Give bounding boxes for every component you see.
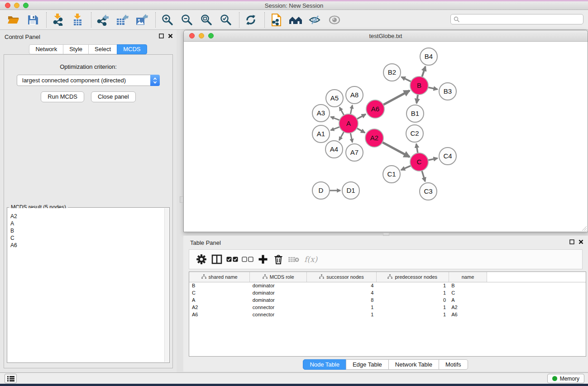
graph-edge-A-A6[interactable] bbox=[357, 114, 366, 119]
table-cell[interactable]: C bbox=[449, 289, 487, 296]
run-mcds-button[interactable]: Run MCDS bbox=[41, 91, 84, 102]
graph-edge-A6-B[interactable] bbox=[383, 91, 410, 105]
delete-table-button[interactable] bbox=[286, 253, 301, 266]
optimization-criterion-dropdown[interactable]: largest connected component (directed) bbox=[17, 75, 160, 86]
tab-node-table[interactable]: Node Table bbox=[303, 359, 346, 370]
tab-select[interactable]: Select bbox=[88, 44, 117, 54]
close-panel-button[interactable]: Close panel bbox=[91, 91, 136, 102]
network-close-button[interactable] bbox=[189, 33, 195, 38]
search-input[interactable] bbox=[460, 15, 583, 24]
table-cell[interactable]: A2 bbox=[189, 304, 250, 311]
import-table-button[interactable] bbox=[71, 13, 84, 27]
graph-edge-C-C4[interactable] bbox=[428, 158, 438, 160]
table-cell[interactable]: connector bbox=[250, 304, 307, 311]
result-list-scrollbar[interactable] bbox=[164, 208, 169, 362]
function-builder-button[interactable]: f(x) bbox=[304, 255, 317, 264]
table-cell[interactable]: 1 bbox=[376, 304, 449, 311]
add-column-button[interactable] bbox=[255, 253, 271, 266]
table-cell[interactable]: A bbox=[449, 296, 487, 304]
home-layout-button[interactable] bbox=[289, 13, 302, 27]
import-network-button[interactable] bbox=[51, 13, 65, 27]
memory-button[interactable]: Memory bbox=[547, 374, 584, 383]
table-cell[interactable]: C bbox=[189, 289, 250, 296]
graph-edge-A-A7[interactable] bbox=[350, 133, 352, 143]
select-all-checkboxes-button[interactable] bbox=[225, 253, 240, 266]
save-session-button[interactable] bbox=[26, 13, 39, 27]
zoom-selected-button[interactable] bbox=[219, 13, 232, 27]
table-cell[interactable]: 4 bbox=[307, 289, 377, 296]
network-maximize-button[interactable] bbox=[208, 33, 214, 38]
graph-edge-A2-C[interactable] bbox=[382, 142, 410, 157]
column-header-shared-name[interactable]: shared name bbox=[189, 272, 250, 282]
mcds-result-item[interactable]: A2 bbox=[8, 213, 164, 220]
maximize-window-button[interactable] bbox=[23, 3, 29, 8]
network-minimize-button[interactable] bbox=[199, 33, 204, 38]
zoom-fit-button[interactable] bbox=[199, 13, 213, 27]
table-cell[interactable]: 8 bbox=[307, 296, 377, 304]
delete-column-button[interactable] bbox=[271, 253, 286, 266]
table-cell[interactable]: A bbox=[189, 296, 250, 304]
graph-edge-A-A8[interactable] bbox=[350, 105, 352, 114]
tab-edge-table[interactable]: Edge Table bbox=[346, 359, 389, 370]
export-network-button[interactable] bbox=[96, 13, 110, 27]
table-cell[interactable]: 1 bbox=[376, 282, 449, 289]
table-cell[interactable]: 0 bbox=[376, 296, 449, 304]
close-window-button[interactable] bbox=[5, 3, 10, 8]
column-header-name[interactable]: name bbox=[449, 272, 487, 282]
graph-edge-B-B1[interactable] bbox=[416, 95, 418, 103]
deselect-all-checkboxes-button[interactable] bbox=[240, 253, 255, 266]
export-table-button[interactable] bbox=[115, 13, 129, 27]
tab-network-table[interactable]: Network Table bbox=[388, 359, 439, 370]
split-divider-handle-horizontal[interactable] bbox=[383, 233, 389, 236]
float-table-panel-icon[interactable] bbox=[569, 239, 574, 244]
graph-edge-B-B4[interactable] bbox=[422, 67, 425, 77]
table-options-button[interactable] bbox=[194, 253, 209, 266]
table-cell[interactable]: dominator bbox=[250, 289, 307, 296]
table-cell[interactable]: 1 bbox=[307, 304, 377, 311]
graph-edge-A-A5[interactable] bbox=[339, 107, 344, 115]
table-cell[interactable]: 1 bbox=[307, 311, 377, 318]
split-divider-handle-vertical[interactable] bbox=[180, 196, 183, 203]
table-cell[interactable]: 1 bbox=[376, 289, 449, 296]
table-cell[interactable]: 1 bbox=[376, 311, 449, 318]
graph-edge-A-A3[interactable] bbox=[331, 117, 340, 120]
table-cell[interactable]: 4 bbox=[307, 282, 377, 289]
table-cell[interactable]: dominator bbox=[250, 282, 307, 289]
table-row[interactable]: Cdominator41C bbox=[189, 289, 586, 296]
minimize-window-button[interactable] bbox=[14, 3, 19, 8]
table-row[interactable]: Adominator80A bbox=[189, 296, 586, 304]
show-columns-button[interactable] bbox=[209, 253, 225, 266]
zoom-out-button[interactable] bbox=[180, 13, 193, 27]
graph-edge-C-C3[interactable] bbox=[422, 171, 425, 181]
mcds-result-item[interactable]: A6 bbox=[8, 242, 164, 249]
close-panel-icon[interactable] bbox=[168, 33, 173, 38]
graph-edge-B-B3[interactable] bbox=[428, 87, 438, 89]
graph-edge-A-A4[interactable] bbox=[339, 132, 344, 140]
table-cell[interactable]: A2 bbox=[449, 304, 487, 311]
refresh-button[interactable] bbox=[244, 13, 258, 27]
tab-mcds[interactable]: MCDS bbox=[117, 44, 147, 54]
table-cell[interactable]: B bbox=[449, 282, 487, 289]
open-file-button[interactable] bbox=[6, 13, 20, 27]
close-table-panel-icon[interactable] bbox=[578, 239, 583, 244]
show-graphics-details-button[interactable] bbox=[328, 13, 341, 27]
new-network-from-file-button[interactable] bbox=[269, 13, 283, 27]
graph-edge-A-A2[interactable] bbox=[357, 128, 365, 133]
graph-edge-C-C2[interactable] bbox=[416, 144, 418, 153]
network-canvas[interactable]: AA1A2A3A4A5A6A7A8BB1B2B3B4CC1C2C3C4DD1 bbox=[184, 42, 588, 232]
task-history-button[interactable] bbox=[5, 374, 17, 383]
mcds-result-item[interactable]: C bbox=[8, 234, 164, 242]
tab-style[interactable]: Style bbox=[63, 44, 89, 54]
hide-graphics-details-button[interactable] bbox=[308, 13, 322, 27]
graph-edge-C-C1[interactable] bbox=[401, 166, 411, 170]
table-row[interactable]: A6connector11A6 bbox=[189, 311, 586, 318]
column-header-predecessor-nodes[interactable]: predecessor nodes bbox=[376, 272, 449, 282]
table-row[interactable]: Bdominator41B bbox=[189, 282, 586, 289]
tab-network[interactable]: Network bbox=[29, 44, 63, 54]
export-image-button[interactable] bbox=[135, 13, 148, 27]
table-cell[interactable]: connector bbox=[250, 311, 307, 318]
search-field[interactable] bbox=[450, 14, 583, 24]
table-cell[interactable]: B bbox=[189, 282, 250, 289]
mcds-result-item[interactable]: B bbox=[8, 227, 164, 234]
mcds-result-item[interactable]: A bbox=[8, 220, 164, 227]
